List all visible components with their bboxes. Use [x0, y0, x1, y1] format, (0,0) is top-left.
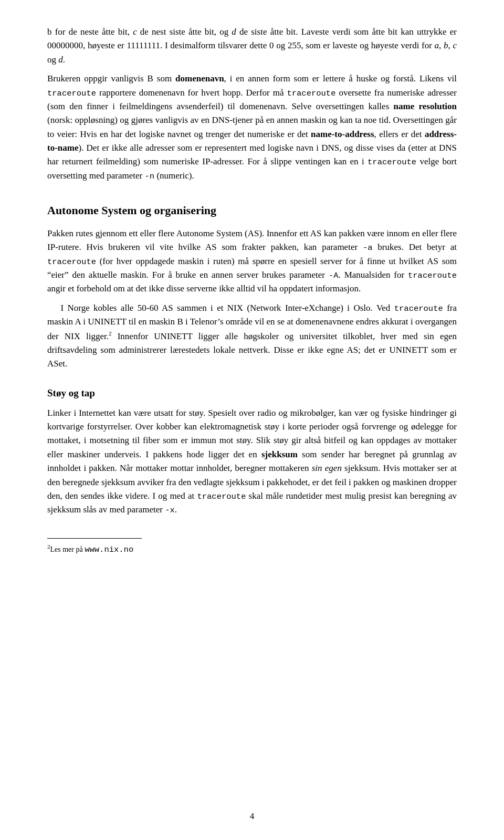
paragraph-1: b for de neste åtte bit, c de nest siste…: [47, 25, 457, 67]
paragraph-2: Brukeren oppgir vanligvis B som domenena…: [47, 72, 457, 183]
footnote-section: 2Les mer på www.nix.no: [47, 538, 457, 555]
page: b for de neste åtte bit, c de nest siste…: [0, 0, 504, 840]
footnote-divider: [47, 538, 142, 539]
footnote-ref-2: 2: [109, 330, 112, 337]
section1-paragraph-1: Pakken rutes gjennom ett eller flere Aut…: [47, 227, 457, 296]
section-autonome-system: Autonome System og organisering Pakken r…: [47, 202, 457, 371]
section-heading-stoy: Støy og tap: [47, 385, 457, 401]
section1-paragraph-2: I Norge kobles alle 50-60 AS sammen i et…: [47, 301, 457, 371]
section2-paragraph-1: Linker i Internettet kan være utsatt for…: [47, 406, 457, 517]
section-stoy-og-tap: Støy og tap Linker i Internettet kan vær…: [47, 385, 457, 517]
section-heading-autonome: Autonome System og organisering: [47, 202, 457, 219]
footnote-2: 2Les mer på www.nix.no: [47, 543, 457, 555]
page-number: 4: [250, 810, 255, 823]
footnote-number-2: 2: [47, 543, 50, 550]
